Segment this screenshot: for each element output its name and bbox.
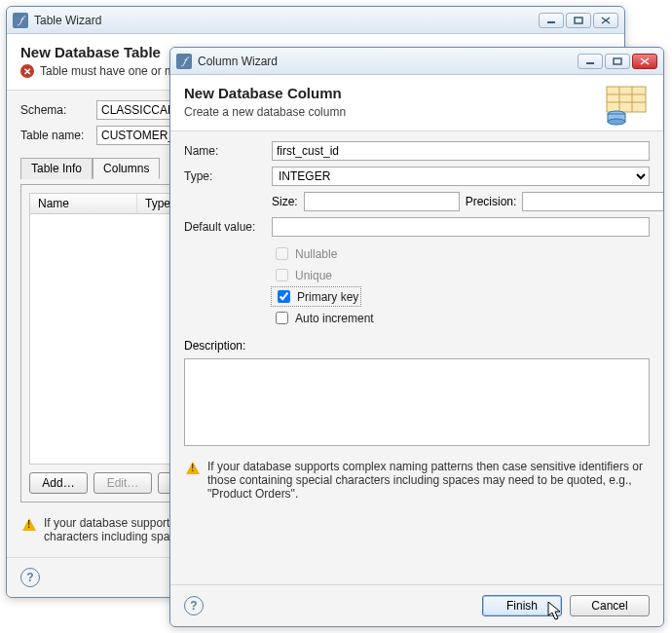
type-label: Type: (184, 169, 264, 183)
column-wizard-titlebar[interactable]: 𝑓 Column Wizard (170, 48, 663, 75)
warning-icon (22, 518, 36, 531)
help-button[interactable]: ? (184, 596, 204, 615)
default-label: Default value: (184, 220, 264, 234)
default-input[interactable] (272, 217, 650, 237)
table-wizard-titlebar[interactable]: 𝑓 Table Wizard (7, 7, 624, 34)
window-title: Table Wizard (34, 14, 539, 27)
maximize-button[interactable] (566, 13, 591, 28)
maximize-button[interactable] (605, 54, 630, 69)
svg-point-15 (608, 119, 625, 125)
precision-input[interactable] (522, 192, 663, 211)
primary-key-checkbox-row[interactable]: Primary key (272, 287, 360, 306)
nullable-checkbox[interactable] (276, 247, 288, 260)
description-label: Description: (184, 339, 245, 353)
app-icon: 𝑓 (176, 54, 192, 69)
size-label: Size: (272, 195, 298, 208)
close-button[interactable] (632, 54, 657, 69)
size-input[interactable] (304, 192, 460, 211)
type-select[interactable]: INTEGER (272, 167, 650, 186)
warning-icon (186, 462, 200, 474)
column-wizard-footer: ? Finish Cancel (170, 584, 663, 626)
error-icon: ✕ (20, 64, 34, 78)
name-input[interactable] (272, 141, 650, 161)
add-button[interactable]: Add… (29, 472, 88, 494)
help-button[interactable]: ? (20, 568, 40, 587)
nullable-checkbox-row[interactable]: Nullable (272, 244, 650, 263)
close-button[interactable] (593, 13, 618, 28)
page-subtitle: Create a new database column (184, 105, 650, 119)
unique-checkbox[interactable] (276, 269, 288, 281)
grid-col-name[interactable]: Name (30, 194, 137, 213)
window-title: Column Wizard (198, 55, 578, 68)
tab-columns[interactable]: Columns (93, 158, 160, 179)
name-label: Name: (184, 144, 264, 158)
finish-button[interactable]: Finish (482, 595, 562, 616)
database-icon (603, 85, 650, 126)
quoting-note: If your database supports complex naming… (184, 452, 650, 504)
column-wizard-window: 𝑓 Column Wizard New Database Column Crea… (169, 47, 664, 627)
schema-label: Schema: (20, 103, 89, 117)
column-wizard-body: Name: Type: INTEGER Size: Precision: Def… (170, 131, 663, 584)
svg-rect-8 (607, 87, 646, 112)
svg-rect-1 (575, 18, 582, 23)
column-wizard-header: New Database Column Create a new databas… (170, 75, 663, 131)
description-textarea[interactable] (184, 358, 650, 446)
table-name-label: Table name: (20, 129, 89, 142)
cancel-button[interactable]: Cancel (570, 595, 650, 616)
auto-increment-checkbox[interactable] (276, 312, 288, 324)
precision-label: Precision: (466, 195, 517, 208)
app-icon: 𝑓 (13, 13, 28, 28)
minimize-button[interactable] (539, 13, 564, 28)
edit-button[interactable]: Edit… (93, 472, 152, 494)
primary-key-checkbox[interactable] (278, 290, 290, 303)
unique-checkbox-row[interactable]: Unique (272, 266, 650, 284)
minimize-button[interactable] (578, 54, 603, 69)
tab-table-info[interactable]: Table Info (20, 158, 93, 179)
page-title: New Database Column (184, 85, 650, 101)
svg-rect-5 (614, 58, 621, 64)
auto-increment-checkbox-row[interactable]: Auto increment (272, 309, 650, 327)
